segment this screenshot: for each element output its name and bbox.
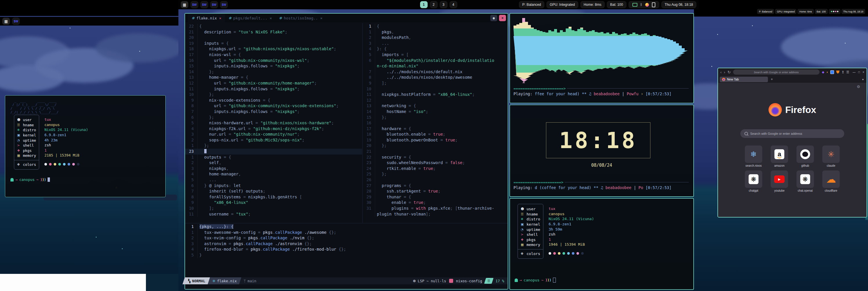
editor-pane-pkgs[interactable]: 1{pkgs, ...}: {1 tux-awesome-wm-config =… <box>185 224 506 277</box>
text-segment: = <box>253 120 260 125</box>
close-button[interactable]: × <box>863 70 864 74</box>
pkgs-icon: ❖ <box>17 149 23 152</box>
minimize-button[interactable]: — <box>852 70 856 74</box>
code-line: 20 <box>185 35 362 41</box>
metamask-icon[interactable] <box>836 70 840 74</box>
text-segment: = <box>256 230 263 235</box>
line-number: 27 <box>363 183 375 189</box>
window-chip[interactable]: $W <box>200 1 208 8</box>
maximize-button[interactable]: □ <box>858 70 860 74</box>
bar-left-group: ▦ $W$W$W$W <box>181 1 228 8</box>
shortcut-tile-youtube[interactable]: ▶youtube <box>771 171 788 188</box>
line-number: 3 <box>185 166 197 172</box>
reload-button[interactable]: ↻ <box>727 70 731 74</box>
back-button[interactable]: ‹ <box>720 70 721 74</box>
shortcut-tile-claude[interactable]: ✳claude <box>823 146 840 163</box>
window-chip[interactable]: $W <box>191 1 198 8</box>
menu-icon[interactable]: ☰ <box>846 70 849 74</box>
shortcut-tile-amazon[interactable]: aamazon <box>771 146 788 163</box>
extension-icon-blue[interactable] <box>830 70 834 74</box>
clock-window[interactable]: 18:18 08/08/24 =====================> Pl… <box>509 105 694 197</box>
terminal-color-dots <box>549 251 594 256</box>
save-page-icon[interactable]: ↥ <box>842 70 844 74</box>
shortcut-tile-search-nixos[interactable]: ❄search.nixos <box>745 146 763 163</box>
bar-module[interactable]: Home: 8ms <box>581 1 604 8</box>
hname-icon: ☰ <box>521 212 527 216</box>
line-number: 15 <box>363 115 375 120</box>
workspace-1[interactable]: 1 <box>420 1 428 8</box>
newtab-search-bar[interactable]: Search with Google or enter address <box>740 129 844 138</box>
tab-close-icon[interactable]: × <box>270 16 272 20</box>
text-segment <box>377 160 387 165</box>
clock-module[interactable]: Thu Aug 08, 18:18 <box>661 1 696 8</box>
nvim-cmdline <box>185 284 508 289</box>
shell-prompt[interactable]: →canopus~))) <box>10 177 50 182</box>
bar-module[interactable]: Bat: 100 <box>607 1 626 8</box>
terminal-window-left[interactable]: _ ___ ____ ____ / |/ (_)_ __/ __ \/ __/ … <box>5 95 166 197</box>
firefox-window[interactable]: ‹ › ↻ Search with Google or enter addres… <box>717 68 867 217</box>
editor-pane-flake[interactable]: 22{21 description = "tux's NixOS Flake";… <box>185 23 362 223</box>
tray-icons[interactable]: ᛒ <box>629 1 659 8</box>
window-chip[interactable]: $W <box>210 1 218 8</box>
extension-icon-orange[interactable]: ◗ <box>826 70 828 74</box>
new-tab-button[interactable]: + <box>771 77 773 81</box>
tab-close-icon[interactable]: × <box>320 16 322 20</box>
firefox-toolbar: ‹ › ↻ Search with Google or enter addres… <box>718 68 867 76</box>
terminal-window-fetch[interactable]: ☻user☰hname❄distro▣kernel◔uptime>shell❖p… <box>509 198 694 290</box>
extension-icon-purple[interactable]: ◆ <box>822 70 824 74</box>
text-segment: = <box>406 109 413 114</box>
personalize-gear-icon[interactable]: ⚙ <box>857 85 860 89</box>
fetch-keys-panel: ☻user☰hname❄distro▣kernel◔uptime>shell❖p… <box>14 115 39 170</box>
text-segment: = <box>221 104 228 108</box>
fetch-key: distro <box>23 128 36 132</box>
launcher-grid-icon[interactable]: ▦ <box>2 18 10 25</box>
bar-module[interactable]: GPU: Integrated <box>547 1 578 8</box>
text-segment <box>377 126 382 131</box>
bar-module[interactable]: P: Balanced <box>519 1 544 8</box>
text-segment <box>377 132 387 137</box>
cava-window[interactable]: ======================> Playing: ffee fo… <box>509 13 694 104</box>
workspace-3[interactable]: 3 <box>440 1 447 8</box>
code-line: 21 description = "tux's NixOS Flake"; <box>185 29 362 35</box>
shortcut-tile-github[interactable]: github <box>797 146 814 163</box>
bar-module[interactable]: P: Balanced <box>757 9 774 14</box>
code-line: 9 "x86_64-linux" <box>185 200 362 206</box>
text-segment: bluetooth.enable <box>387 132 426 137</box>
tab-new-tab[interactable]: New Tab <box>720 77 768 82</box>
bar-module[interactable]: GPU: Integrated <box>775 9 796 14</box>
text-segment: nixpkgs.url <box>209 47 236 51</box>
fetch-row: ☰hname <box>521 212 540 217</box>
nvim-tab-pkgs-default-[interactable]: ❄pkgs/default...× <box>225 13 275 22</box>
shortcut-tile-chatgpt[interactable]: ❋chatgpt <box>745 171 763 188</box>
tab-list-chevron-icon[interactable]: ▾ <box>862 78 865 81</box>
shortcut-tile-cloudflare[interactable]: ☁cloudflare <box>823 171 840 188</box>
workspace-4[interactable]: 4 <box>450 1 457 8</box>
text-segment: astronvim <box>204 241 226 246</box>
editor-pane-iso[interactable]: 1{1 pkgs,2 modulesPath,3 ...4}: {5 impor… <box>363 23 506 223</box>
bar-module[interactable]: Bat: 100 <box>815 9 828 14</box>
line-number: 6 <box>363 58 375 64</box>
buffer-close-button[interactable]: × <box>499 15 506 21</box>
text-segment: tux-awesome-wm-config <box>204 230 256 235</box>
tile-label: chat.openai <box>792 189 818 192</box>
clock-module[interactable]: Thu Aug 08, 18:18 <box>842 9 865 14</box>
bar-module[interactable]: Home: 6ms <box>798 9 813 14</box>
url-bar[interactable]: Search with Google or enter address <box>733 69 819 75</box>
window-chip[interactable]: $W <box>220 1 228 8</box>
nvim-tab-flake-nix[interactable]: ❄flake.nix× <box>188 13 225 22</box>
launcher-grid-icon[interactable]: ▦ <box>181 1 188 8</box>
window-chip[interactable]: $W <box>12 18 20 25</box>
buffer-indicator-button[interactable]: ◉ <box>490 15 497 21</box>
nvim-tab-hosts-isoImag-[interactable]: ❄hosts/isoImag..× <box>275 13 326 22</box>
fetch-value: 1946 | 15394 MiB <box>549 242 594 247</box>
text-segment: ; <box>263 189 265 194</box>
workspace-2[interactable]: 2 <box>430 1 437 8</box>
neovim-window[interactable]: ❄flake.nix×❄pkgs/default...×❄hosts/isoIm… <box>185 13 508 290</box>
tab-close-icon[interactable]: × <box>219 16 221 20</box>
forward-button[interactable]: › <box>724 70 725 74</box>
text-segment: "github:nix-community/nix-vscode-extensi… <box>228 104 336 108</box>
fetch-row: ☻user <box>521 206 540 212</box>
shell-prompt[interactable]: →canopus~))) <box>515 278 556 283</box>
tray-icons[interactable] <box>829 9 840 14</box>
shortcut-tile-chat-openai[interactable]: ❋chat.openai <box>797 171 814 188</box>
